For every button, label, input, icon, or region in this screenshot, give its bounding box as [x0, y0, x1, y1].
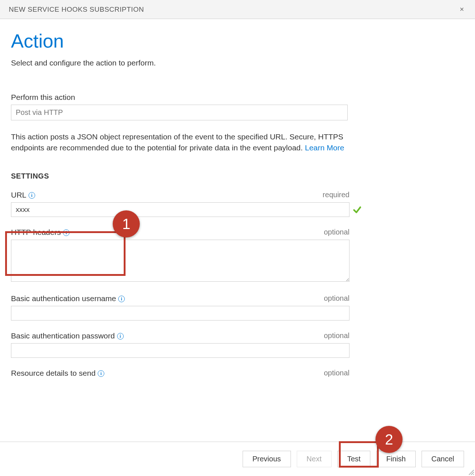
http-headers-label: HTTP headers i	[11, 228, 70, 237]
page-subtitle: Select and configure the action to perfo…	[11, 59, 464, 67]
finish-button[interactable]: Finish	[376, 451, 415, 467]
basic-pass-label: Basic authentication password i	[11, 331, 124, 340]
resource-details-field-block: Resource details to send i optional	[11, 369, 349, 378]
basic-user-field-block: Basic authentication username i optional	[11, 294, 349, 321]
http-headers-hint: optional	[324, 228, 349, 236]
checkmark-icon	[352, 205, 362, 215]
basic-pass-field-block: Basic authentication password i optional	[11, 331, 349, 358]
svg-line-2	[473, 474, 474, 475]
basic-user-label-text: Basic authentication username	[11, 294, 116, 303]
basic-pass-label-text: Basic authentication password	[11, 331, 115, 340]
url-label: URL i	[11, 191, 35, 199]
dialog-body[interactable]: Action Select and configure the action t…	[0, 19, 475, 442]
page-title: Action	[11, 30, 464, 52]
test-button[interactable]: Test	[337, 451, 371, 467]
dialog-footer: Previous Next Test Finish Cancel	[0, 442, 475, 476]
url-input[interactable]	[11, 202, 349, 217]
url-field-block: URL i required	[11, 191, 349, 217]
url-label-row: URL i required	[11, 191, 349, 199]
http-headers-label-text: HTTP headers	[11, 228, 61, 237]
learn-more-link[interactable]: Learn More	[305, 143, 344, 152]
http-headers-input[interactable]	[11, 240, 349, 282]
info-icon[interactable]: i	[29, 192, 35, 199]
dialog-title: NEW SERVICE HOOKS SUBSCRIPTION	[9, 5, 144, 14]
basic-pass-hint: optional	[324, 331, 349, 340]
info-icon[interactable]: i	[117, 333, 124, 340]
dialog-header: NEW SERVICE HOOKS SUBSCRIPTION ×	[0, 0, 475, 19]
url-label-text: URL	[11, 191, 26, 199]
resource-details-label-text: Resource details to send	[11, 369, 96, 378]
cancel-button[interactable]: Cancel	[422, 451, 464, 467]
http-headers-field-block: HTTP headers i optional	[11, 228, 349, 283]
action-description: This action posts a JSON object represen…	[11, 131, 351, 154]
settings-heading: SETTINGS	[11, 172, 464, 180]
perform-action-label: Perform this action	[11, 93, 464, 102]
resource-details-label-row: Resource details to send i optional	[11, 369, 349, 378]
basic-pass-input[interactable]	[11, 343, 349, 358]
resize-grip-icon[interactable]	[468, 469, 474, 475]
basic-user-label-row: Basic authentication username i optional	[11, 294, 349, 303]
http-headers-label-row: HTTP headers i optional	[11, 228, 349, 237]
resource-details-hint: optional	[324, 369, 349, 377]
url-hint: required	[323, 191, 349, 199]
basic-user-label: Basic authentication username i	[11, 294, 125, 303]
action-description-text: This action posts a JSON object represen…	[11, 132, 343, 152]
previous-button[interactable]: Previous	[243, 451, 291, 467]
info-icon[interactable]: i	[98, 370, 104, 377]
resource-details-label: Resource details to send i	[11, 369, 104, 378]
close-icon[interactable]: ×	[457, 5, 466, 14]
service-hooks-dialog: NEW SERVICE HOOKS SUBSCRIPTION × Action …	[0, 0, 475, 476]
perform-action-select[interactable]: Post via HTTP	[11, 105, 348, 120]
basic-user-hint: optional	[324, 294, 349, 303]
basic-user-input[interactable]	[11, 306, 349, 321]
next-button: Next	[297, 451, 332, 467]
info-icon[interactable]: i	[63, 229, 70, 236]
basic-pass-label-row: Basic authentication password i optional	[11, 331, 349, 340]
info-icon[interactable]: i	[118, 296, 125, 302]
